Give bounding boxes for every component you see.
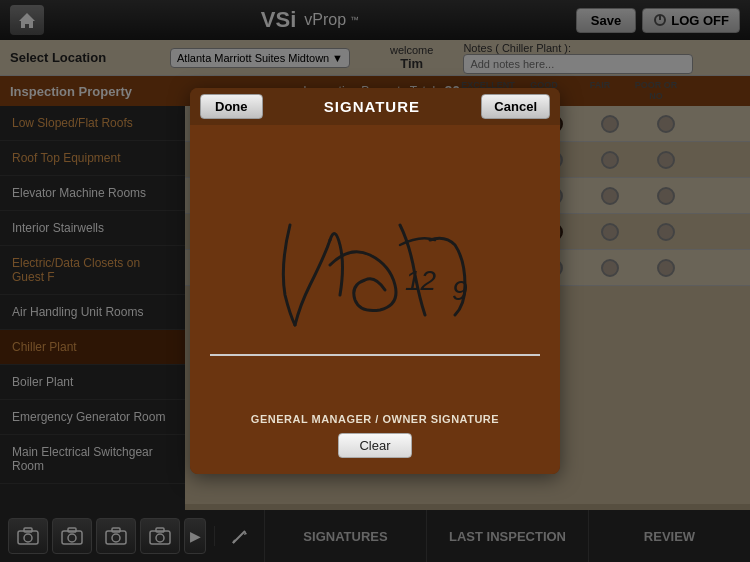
modal-body: 12 9 — [190, 125, 560, 405]
svg-text:9: 9 — [452, 275, 468, 306]
modal-footer: GENERAL MANAGER / OWNER SIGNATURE Clear — [190, 405, 560, 474]
signature-drawing: 12 9 — [210, 145, 540, 365]
signature-label: GENERAL MANAGER / OWNER SIGNATURE — [251, 413, 499, 425]
modal-title: SIGNATURE — [263, 98, 482, 115]
modal-header: Done SIGNATURE Cancel — [190, 88, 560, 125]
signature-modal: Done SIGNATURE Cancel 12 9 — [190, 88, 560, 474]
modal-overlay: Done SIGNATURE Cancel 12 9 — [0, 0, 750, 562]
modal-cancel-button[interactable]: Cancel — [481, 94, 550, 119]
signature-canvas[interactable]: 12 9 — [210, 145, 540, 365]
clear-button[interactable]: Clear — [338, 433, 411, 458]
modal-done-button[interactable]: Done — [200, 94, 263, 119]
svg-text:12: 12 — [405, 265, 437, 296]
